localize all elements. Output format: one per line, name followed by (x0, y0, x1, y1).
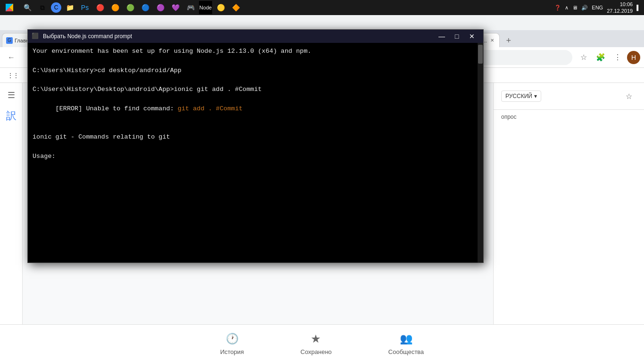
language-name: РУССКИЙ (505, 93, 532, 99)
cmd-window-title: Выбрать Node.js command prompt (43, 33, 430, 40)
history-icon: 🕐 (224, 331, 239, 346)
taskbar-clock[interactable]: 10:06 27.12.2019 (607, 1, 633, 15)
taskbar-lang[interactable]: ENG (592, 5, 603, 10)
taskbar-time-value: 10:06 (620, 1, 633, 8)
cmd-line-ionic-info: ionic git - Commands relating to git (33, 132, 479, 142)
windows-icon (6, 4, 13, 11)
community-label: Сообщества (388, 348, 424, 355)
cmd-window-icon: ⬛ (32, 33, 39, 40)
app3-icon[interactable]: 🟢 (124, 1, 137, 14)
right-translation-panel: РУССКИЙ ▾ ☆ опрос ⧉ ✏ ↗ Отправить отзыв (493, 83, 644, 362)
community-icon: 👥 (398, 331, 413, 346)
bookmark-apps-icon[interactable]: ⋮⋮ (4, 70, 23, 81)
chevron-down-icon: ▾ (534, 93, 537, 99)
taskbar-sound-icon[interactable]: 🔊 (581, 5, 588, 11)
cmd-line-usage: Usage: (33, 152, 479, 161)
cmd-titlebar: ⬛ Выбрать Node.js command prompt — □ ✕ (28, 30, 483, 43)
app7-icon[interactable]: 🎮 (184, 1, 197, 14)
search-icon[interactable]: 🔍 (21, 1, 34, 14)
nav-item-community[interactable]: 👥 Сообщества (388, 331, 424, 355)
extensions-icon[interactable]: 🧩 (593, 50, 608, 65)
taskbar: 🔍 ⧉ C 📁 Ps 🔴 🟠 🟢 🔵 🟣 💜 🎮 Node 🟡 🔶 ❓ ∧ 🖥 … (0, 0, 644, 15)
saved-label: Сохранено (300, 348, 331, 355)
taskbar-help-icon[interactable]: ❓ (554, 5, 561, 11)
bookmark-translation-icon[interactable]: ☆ (621, 89, 636, 104)
bookmark-star-icon[interactable]: ☆ (576, 50, 591, 65)
explorer-taskbar-icon[interactable]: 📁 (63, 1, 76, 14)
cmd-line-blank4 (33, 142, 479, 152)
cmd-window: ⬛ Выбрать Node.js command prompt — □ ✕ Y… (27, 29, 484, 263)
taskbar-network-icon[interactable]: 🖥 (572, 5, 578, 10)
start-button[interactable] (0, 0, 19, 15)
app6-icon[interactable]: 💜 (169, 1, 182, 14)
tab-favicon-glavnaya: G (6, 37, 13, 44)
cmd-scroll-thumb[interactable] (478, 45, 483, 64)
app5-icon[interactable]: 🟣 (154, 1, 167, 14)
translation-content: опрос (494, 110, 644, 339)
menu-icon[interactable]: ⋮ (610, 50, 625, 65)
language-selector[interactable]: РУССКИЙ ▾ (501, 90, 541, 102)
taskbar-right: ❓ ∧ 🖥 🔊 ENG 10:06 27.12.2019 ▌ (554, 1, 644, 15)
cmd-scrollbar[interactable] (478, 43, 483, 263)
apps-grid-icon: ⋮⋮ (8, 72, 19, 79)
taskbar-date-value: 27.12.2019 (607, 8, 633, 14)
app9-icon[interactable]: 🟡 (214, 1, 227, 14)
cmd-line-error: [ERROR] Unable to find command: git add … (33, 94, 479, 123)
translate-icon-left[interactable]: 訳 (3, 107, 20, 124)
translated-text: опрос (501, 114, 517, 120)
cmd-window-controls: — □ ✕ (434, 30, 479, 43)
taskbar-chevron-icon[interactable]: ∧ (565, 5, 569, 11)
ps-taskbar-icon[interactable]: Ps (78, 1, 91, 14)
app2-icon[interactable]: 🟠 (108, 1, 122, 14)
cmd-line-blank3 (33, 123, 479, 132)
cmd-line-ionic-cmd: C:\Users\History\Desktop\android\App>ion… (33, 85, 479, 94)
cmd-empty-area (28, 182, 483, 263)
cmd-body: Your environment has been set up for usi… (28, 43, 483, 263)
task-view-icon[interactable]: ⧉ (36, 1, 49, 14)
cmd-line-blank5 (33, 161, 479, 171)
cmd-line-blank1 (33, 56, 479, 66)
app1-icon[interactable]: 🔴 (93, 1, 107, 14)
show-desktop-icon[interactable]: ▌ (636, 5, 640, 10)
taskbar-icons: 🔍 ⧉ C 📁 Ps 🔴 🟠 🟢 🔵 🟣 💜 🎮 Node 🟡 🔶 (19, 1, 244, 14)
left-panel: ☰ 訳 (0, 83, 23, 362)
bottom-nav: 🕐 История ★ Сохранено 👥 Сообщества (0, 324, 644, 362)
node-prompt-taskbar-icon[interactable]: Node (199, 1, 212, 14)
history-label: История (220, 348, 244, 355)
app10-icon[interactable]: 🔶 (229, 1, 242, 14)
profile-avatar[interactable]: H (627, 51, 640, 64)
back-button[interactable]: ← (4, 50, 19, 65)
nav-item-history[interactable]: 🕐 История (220, 331, 244, 355)
cmd-close-button[interactable]: ✕ (464, 30, 479, 43)
cmd-line-blank2 (33, 75, 479, 85)
cmd-line-1: Your environment has been set up for usi… (33, 47, 479, 56)
tab-close-google-translate[interactable]: ✕ (489, 37, 495, 44)
cmd-line-cd: C:\Users\History>cd desktop/android/App (33, 66, 479, 75)
hamburger-menu-icon[interactable]: ☰ (3, 87, 20, 104)
new-tab-button[interactable]: + (502, 34, 516, 47)
toolbar-right: ☆ 🧩 ⋮ H (576, 50, 640, 65)
cmd-minimize-button[interactable]: — (434, 30, 449, 43)
translation-panel-header: РУССКИЙ ▾ ☆ (494, 83, 644, 110)
nav-item-saved[interactable]: ★ Сохранено (300, 331, 331, 355)
app4-icon[interactable]: 🔵 (139, 1, 152, 14)
chrome-taskbar-icon[interactable]: C (51, 2, 61, 13)
cmd-maximize-button[interactable]: □ (449, 30, 464, 43)
saved-icon: ★ (308, 331, 323, 346)
